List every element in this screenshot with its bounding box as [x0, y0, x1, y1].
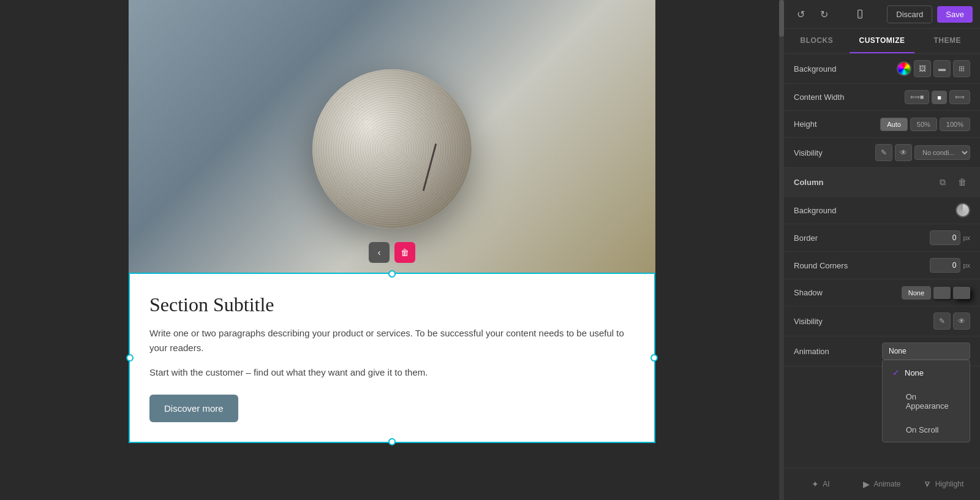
scroll-thumb[interactable]	[779, 0, 784, 37]
height-100-btn[interactable]: 100%	[940, 118, 970, 131]
ai-button[interactable]: ✦ AI	[791, 474, 850, 494]
border-row: Border px	[784, 224, 980, 252]
tab-customize[interactable]: CUSTOMIZE	[850, 29, 915, 53]
height-row: Height Auto 50% 100%	[784, 111, 980, 138]
content-width-label: Content Width	[794, 93, 905, 102]
tab-theme[interactable]: THEME	[914, 29, 980, 53]
image-section: ‹ 🗑	[129, 0, 655, 273]
visibility-edit-btn[interactable]: ✎	[875, 144, 892, 161]
scroll-indicator[interactable]	[779, 0, 784, 500]
visibility-toggle-btn[interactable]: 👁	[895, 144, 912, 161]
speaker-ball	[312, 69, 472, 229]
animation-option-appearance[interactable]: On Appearance	[883, 385, 970, 418]
handle-top[interactable]	[388, 270, 396, 278]
ai-icon: ✦	[812, 479, 819, 489]
panel-toolbar: ↺ ↻ Discard Save	[784, 0, 980, 29]
checkmark-icon: ✓	[892, 368, 900, 377]
column-vis-toggle-btn[interactable]: 👁	[953, 312, 970, 330]
border-input-group: px	[930, 230, 970, 245]
content-width-custom-btn[interactable]: ⟺	[949, 90, 970, 104]
visibility-row: Visibility ✎ 👁 No condi...	[784, 138, 980, 168]
section-body1: Write one or two paragraphs describing y…	[149, 326, 635, 355]
animation-select[interactable]: None On Appearance On Scroll	[882, 343, 970, 360]
panel-content: Background 🖼 ▬ ⊞ Content Width ⟺■ ■ ⟺ He…	[784, 54, 980, 468]
column-vis-edit-btn[interactable]: ✎	[933, 312, 951, 330]
content-width-row: Content Width ⟺■ ■ ⟺	[784, 84, 980, 111]
column-label: Column	[794, 178, 935, 187]
visibility-controls: ✎ 👁 No condi...	[875, 144, 970, 161]
column-visibility-controls: ✎ 👁	[933, 312, 970, 330]
background-image-btn[interactable]: 🖼	[914, 60, 931, 77]
section-body2: Start with the customer – find out what …	[149, 365, 635, 380]
animation-option-scroll[interactable]: On Scroll	[883, 418, 970, 442]
animation-row: Animation None On Appearance On Scroll ✓…	[784, 336, 980, 366]
save-button[interactable]: Save	[937, 6, 973, 23]
redo-button[interactable]: ↻	[815, 5, 833, 23]
background-controls: 🖼 ▬ ⊞	[897, 60, 970, 77]
border-controls: px	[930, 230, 970, 245]
column-header-icons: ⧉ 🗑	[935, 174, 970, 190]
height-50-btn[interactable]: 50%	[910, 118, 937, 131]
height-label: Height	[794, 119, 880, 129]
undo-button[interactable]: ↺	[791, 5, 810, 23]
shadow-row: Shadow None	[784, 279, 980, 306]
visibility-condition-select[interactable]: No condi...	[914, 145, 970, 160]
column-section-header: Column ⧉ 🗑	[784, 168, 980, 197]
animation-option-none[interactable]: ✓ None	[883, 360, 970, 385]
column-visibility-label: Visibility	[794, 317, 933, 326]
mobile-view-button[interactable]	[851, 5, 869, 23]
border-input[interactable]	[930, 230, 960, 245]
content-section: Section Subtitle Write one or two paragr…	[129, 273, 655, 443]
svg-point-1	[859, 16, 860, 17]
round-corners-unit: px	[963, 262, 970, 269]
delete-button[interactable]: 🗑	[394, 242, 415, 263]
handle-right[interactable]	[650, 354, 658, 362]
panel-bottom-toolbar: ✦ AI ▶ Animate ⛛ Highlight	[784, 468, 980, 500]
round-corners-row: Round Corners px	[784, 252, 980, 279]
height-auto-btn[interactable]: Auto	[880, 118, 908, 131]
column-background-controls	[956, 203, 970, 218]
highlight-icon: ⛛	[923, 479, 932, 489]
background-pattern-btn[interactable]: ⊞	[953, 60, 970, 77]
prev-button[interactable]: ‹	[369, 242, 390, 263]
column-background-row: Background	[784, 197, 980, 224]
right-panel: ↺ ↻ Discard Save BLOCKS CUSTOMIZE THEME …	[784, 0, 980, 500]
content-width-inline-btn[interactable]: ⟺■	[905, 90, 930, 104]
animate-button[interactable]: ▶ Animate	[853, 474, 911, 494]
handle-left[interactable]	[126, 354, 134, 362]
shadow-preview-dark[interactable]	[953, 287, 970, 299]
shadow-none-btn[interactable]: None	[902, 286, 931, 300]
shadow-preview-light[interactable]	[933, 287, 951, 299]
speaker-cord	[423, 143, 437, 191]
round-corners-controls: px	[930, 258, 970, 273]
animation-dropdown: ✓ None On Appearance On Scroll	[882, 360, 970, 442]
round-corners-input-group: px	[930, 258, 970, 273]
tab-blocks[interactable]: BLOCKS	[784, 29, 850, 53]
svg-rect-0	[858, 10, 862, 18]
discard-button[interactable]: Discard	[887, 6, 932, 23]
round-corners-input[interactable]	[930, 258, 960, 273]
animation-label: Animation	[794, 347, 882, 356]
hero-image	[129, 0, 655, 273]
discover-more-button[interactable]: Discover more	[149, 395, 238, 422]
image-controls: ‹ 🗑	[369, 242, 415, 263]
section-subtitle: Section Subtitle	[149, 294, 635, 316]
round-corners-label: Round Corners	[794, 261, 930, 270]
highlight-button[interactable]: ⛛ Highlight	[914, 474, 973, 494]
animate-icon: ▶	[863, 479, 870, 489]
handle-bottom[interactable]	[388, 438, 396, 445]
background-color-picker[interactable]	[897, 61, 911, 76]
canvas-scroll: ‹ 🗑 Section Subtitle Write one or two pa…	[0, 0, 784, 500]
column-copy-btn[interactable]: ⧉	[935, 174, 951, 190]
canvas-area: ‹ 🗑 Section Subtitle Write one or two pa…	[0, 0, 784, 500]
column-visibility-row: Visibility ✎ 👁	[784, 306, 980, 336]
shadow-controls: None	[902, 286, 970, 300]
border-label: Border	[794, 233, 930, 243]
shadow-label: Shadow	[794, 288, 902, 297]
height-controls: Auto 50% 100%	[880, 118, 970, 131]
column-bg-color-picker[interactable]	[956, 203, 970, 218]
background-video-btn[interactable]: ▬	[933, 60, 951, 77]
column-delete-btn[interactable]: 🗑	[954, 174, 970, 190]
panel-tabs: BLOCKS CUSTOMIZE THEME	[784, 29, 980, 54]
content-width-full-btn[interactable]: ■	[932, 91, 947, 104]
